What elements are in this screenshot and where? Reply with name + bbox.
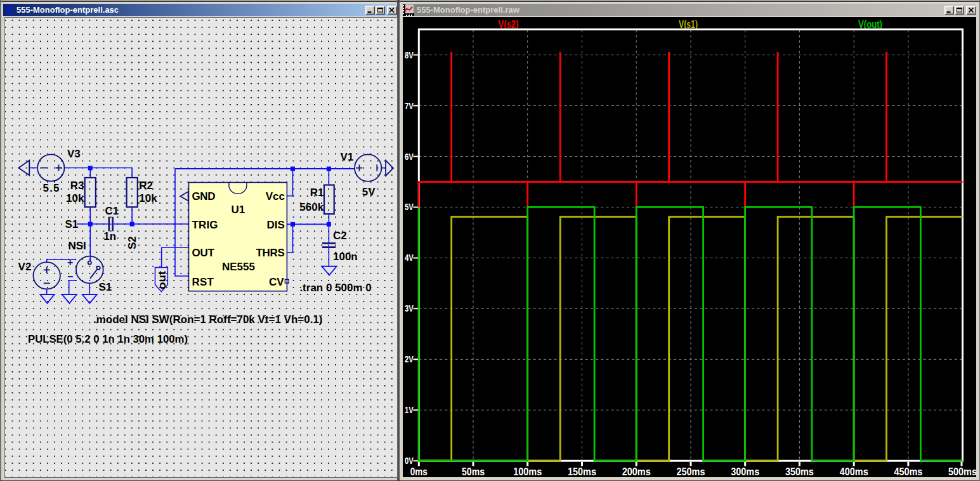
svg-text:GND: GND (192, 190, 216, 202)
svg-text:RST: RST (192, 276, 214, 288)
svg-text:out: out (156, 271, 168, 289)
svg-text:OUT: OUT (192, 247, 215, 259)
svg-text:5.5: 5.5 (43, 182, 60, 194)
svg-text:U1: U1 (232, 204, 245, 216)
svg-text:Vcc: Vcc (266, 190, 285, 202)
svg-text:PULSE(0 5.2 0 1n 1n 30m 100m): PULSE(0 5.2 0 1n 1n 30m 100m) (28, 333, 188, 345)
svg-text:S2: S2 (126, 236, 138, 249)
svg-text:10k: 10k (66, 192, 84, 204)
svg-text:NSI: NSI (69, 240, 86, 252)
svg-text:100n: 100n (333, 251, 358, 263)
svg-text:.model NSI SW(Ron=1 Roff=70k V: .model NSI SW(Ron=1 Roff=70k Vt=1 Vh=0.1… (93, 313, 323, 326)
svg-text:NE555: NE555 (222, 261, 255, 273)
svg-text:560k: 560k (299, 201, 323, 213)
svg-text:R2: R2 (139, 180, 153, 192)
svg-text:CV: CV (269, 276, 284, 288)
svg-text:.tran 0 500m 0: .tran 0 500m 0 (299, 282, 371, 294)
svg-text:5V: 5V (362, 186, 376, 198)
svg-text:C1: C1 (105, 205, 119, 217)
svg-text:C2: C2 (333, 230, 347, 242)
svg-text:V2: V2 (18, 261, 32, 273)
svg-text:V1: V1 (341, 151, 354, 163)
svg-text:THRS: THRS (256, 247, 285, 259)
svg-text:TRIG: TRIG (192, 219, 218, 231)
svg-text:S1: S1 (65, 218, 79, 230)
svg-text:S1: S1 (98, 281, 112, 293)
svg-text:R1: R1 (310, 187, 324, 199)
svg-text:V3: V3 (67, 148, 81, 160)
svg-text:DIS: DIS (267, 219, 285, 231)
svg-text:R3: R3 (70, 180, 84, 192)
svg-text:10k: 10k (139, 192, 157, 204)
svg-text:1n: 1n (103, 230, 116, 242)
